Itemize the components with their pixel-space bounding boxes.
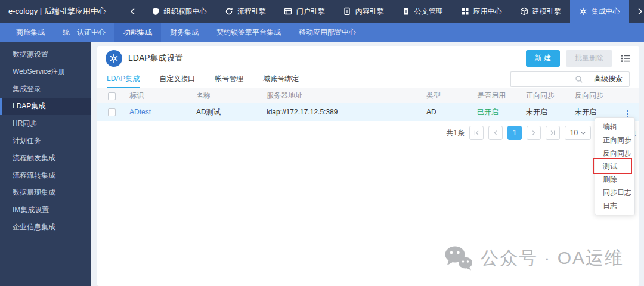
app-brand: e-cology | 后端引擎应用中心 bbox=[0, 0, 114, 23]
col-header-enabled: 是否启用 bbox=[473, 88, 522, 103]
search-group: 高级搜索 bbox=[510, 72, 630, 87]
card-header: LDAP集成设置 新 建 批量删除 bbox=[97, 46, 639, 70]
page-size-select[interactable]: 10 bbox=[565, 126, 591, 140]
col-header-reverse-sync: 反向同步 bbox=[571, 88, 616, 103]
page-size-value: 10 bbox=[570, 129, 578, 137]
sidebar-item-data-display[interactable]: 数据展现集成 bbox=[0, 184, 91, 201]
top-menu-item-content[interactable]: 内容引擎 bbox=[334, 0, 393, 23]
subnav-item-mobile-config[interactable]: 移动应用配置中心 bbox=[290, 23, 365, 42]
cube-icon bbox=[520, 7, 528, 15]
top-menu-item-workflow[interactable]: 流程引擎 bbox=[216, 0, 275, 23]
subnav-item-esign[interactable]: 契约锁签章平台集成 bbox=[208, 23, 290, 42]
subnav-item-finance[interactable]: 财务集成 bbox=[161, 23, 208, 42]
official-doc-icon bbox=[402, 7, 410, 15]
tab-account-mgmt[interactable]: 帐号管理 bbox=[215, 70, 243, 88]
tabs-row: LDAP集成 自定义接口 帐号管理 域账号绑定 高级搜索 bbox=[97, 70, 639, 88]
top-menu-label: 组织权限中心 bbox=[164, 7, 207, 17]
row-type: AD bbox=[423, 103, 473, 121]
sidebar-item-webservice[interactable]: WebService注册 bbox=[0, 63, 91, 80]
menu-item-reverse-sync[interactable]: 反向同步 bbox=[595, 147, 634, 160]
sidebar-item-hr-sync[interactable]: HR同步 bbox=[0, 115, 91, 132]
menu-item-forward-sync[interactable]: 正向同步 bbox=[595, 133, 634, 147]
row-id-link[interactable]: ADtest bbox=[129, 108, 151, 116]
chevron-left-icon bbox=[130, 8, 135, 15]
body: 数据源设置 WebService注册 集成登录 LDAP集成 HR同步 计划任务… bbox=[0, 42, 644, 286]
integration-icon bbox=[106, 50, 122, 67]
subnav-item-auth-center[interactable]: 统一认证中心 bbox=[54, 23, 114, 42]
menu-item-sync-log[interactable]: 同步日志 bbox=[595, 186, 634, 199]
row-context-menu: 编辑 正向同步 反向同步 测试 删除 同步日志 日志 bbox=[595, 117, 635, 215]
top-menu: 组织权限中心 流程引擎 门户引擎 内容引擎 公文管理 应用中心 bbox=[143, 0, 629, 23]
top-menu-item-official-doc[interactable]: 公文管理 bbox=[393, 0, 452, 23]
top-menu-label: 门户引擎 bbox=[296, 7, 325, 17]
sidebar: 数据源设置 WebService注册 集成登录 LDAP集成 HR同步 计划任务… bbox=[0, 42, 91, 286]
row-enabled-status: 已开启 bbox=[477, 108, 499, 116]
row-forward-sync-status: 未开启 bbox=[522, 103, 571, 121]
top-menu-label: 建模引擎 bbox=[532, 7, 561, 17]
subnav-item-travel[interactable]: 商旅集成 bbox=[7, 23, 54, 42]
tab-ldap[interactable]: LDAP集成 bbox=[107, 70, 140, 88]
search-input[interactable] bbox=[510, 72, 575, 87]
sidebar-item-sso-login[interactable]: 集成登录 bbox=[0, 80, 91, 98]
col-header-server: 服务器地址 bbox=[263, 88, 423, 103]
pagination: 共1条 1 10 bbox=[97, 121, 639, 140]
row-name: AD测试 bbox=[193, 103, 263, 121]
select-all-checkbox[interactable] bbox=[108, 92, 116, 100]
top-menu-label: 流程引擎 bbox=[237, 7, 266, 17]
advanced-search-button[interactable]: 高级搜索 bbox=[587, 72, 630, 87]
sidebar-item-ldap[interactable]: LDAP集成 bbox=[0, 98, 91, 115]
topbar: e-cology | 后端引擎应用中心 组织权限中心 流程引擎 门户引擎 内容引… bbox=[0, 0, 644, 23]
tab-domain-binding[interactable]: 域账号绑定 bbox=[263, 70, 299, 88]
chevron-right-icon bbox=[637, 8, 643, 15]
shield-icon bbox=[151, 7, 160, 15]
ldap-table: 标识 名称 服务器地址 类型 是否启用 正向同步 反向同步 bbox=[97, 88, 639, 121]
sidebar-item-scheduled-tasks[interactable]: 计划任务 bbox=[0, 132, 91, 150]
sidebar-item-im-settings[interactable]: IM集成设置 bbox=[0, 201, 91, 219]
main-area: LDAP集成设置 新 建 批量删除 LDAP集成 自定义接口 帐号管理 域账号绑… bbox=[91, 42, 644, 286]
col-header-name: 名称 bbox=[193, 88, 263, 103]
portal-icon bbox=[284, 7, 292, 15]
top-menu-item-app-center[interactable]: 应用中心 bbox=[452, 0, 511, 23]
prev-page-button[interactable] bbox=[488, 126, 503, 140]
first-page-button[interactable] bbox=[469, 126, 484, 140]
top-menu-item-modeling[interactable]: 建模引擎 bbox=[511, 0, 570, 23]
menu-item-test[interactable]: 测试 bbox=[595, 160, 634, 173]
content-card: LDAP集成设置 新 建 批量删除 LDAP集成 自定义接口 帐号管理 域账号绑… bbox=[97, 46, 639, 286]
row-checkbox[interactable] bbox=[108, 108, 116, 116]
search-icon[interactable] bbox=[575, 72, 587, 87]
nav-back-chevron[interactable] bbox=[114, 0, 143, 23]
nav-forward-chevron[interactable] bbox=[629, 0, 644, 23]
screen: e-cology | 后端引擎应用中心 组织权限中心 流程引擎 门户引擎 内容引… bbox=[0, 0, 644, 286]
app-grid-icon bbox=[461, 7, 469, 15]
next-page-button[interactable] bbox=[527, 126, 541, 140]
menu-item-edit[interactable]: 编辑 bbox=[595, 120, 634, 133]
flow-icon bbox=[225, 7, 233, 15]
menu-item-delete[interactable]: 删除 bbox=[595, 173, 634, 186]
document-icon bbox=[343, 7, 351, 15]
top-menu-label: 集成中心 bbox=[592, 7, 620, 17]
chevron-down-icon bbox=[581, 132, 586, 135]
col-header-forward-sync: 正向同步 bbox=[522, 88, 571, 103]
page-1-button[interactable]: 1 bbox=[507, 126, 522, 140]
list-view-icon[interactable] bbox=[621, 54, 631, 63]
col-header-id: 标识 bbox=[126, 88, 193, 103]
last-page-button[interactable] bbox=[546, 126, 560, 140]
integration-icon bbox=[579, 7, 587, 15]
table-header-row: 标识 名称 服务器地址 类型 是否启用 正向同步 反向同步 bbox=[97, 88, 639, 103]
pagination-total: 共1条 bbox=[446, 128, 465, 138]
menu-item-log[interactable]: 日志 bbox=[595, 199, 634, 212]
top-menu-item-portal[interactable]: 门户引擎 bbox=[275, 0, 334, 23]
tab-custom-api[interactable]: 自定义接口 bbox=[159, 70, 195, 88]
sidebar-item-enterprise-info[interactable]: 企业信息集成 bbox=[0, 219, 91, 236]
top-menu-item-integration[interactable]: 集成中心 bbox=[570, 0, 629, 23]
table-row: ADtest AD测试 ldap://172.17.12.5:389 AD 已开… bbox=[97, 103, 639, 121]
batch-delete-button[interactable]: 批量删除 bbox=[566, 50, 612, 67]
row-server: ldap://172.17.12.5:389 bbox=[263, 103, 423, 121]
top-menu-label: 公文管理 bbox=[414, 7, 443, 17]
new-button[interactable]: 新 建 bbox=[526, 50, 560, 67]
top-menu-item-org[interactable]: 组织权限中心 bbox=[143, 0, 216, 23]
sidebar-item-datasource[interactable]: 数据源设置 bbox=[0, 46, 91, 63]
subnav-item-function[interactable]: 功能集成 bbox=[114, 23, 161, 42]
sidebar-item-workflow-trigger[interactable]: 流程触发集成 bbox=[0, 150, 91, 167]
sidebar-item-workflow-transfer[interactable]: 流程流转集成 bbox=[0, 167, 91, 184]
